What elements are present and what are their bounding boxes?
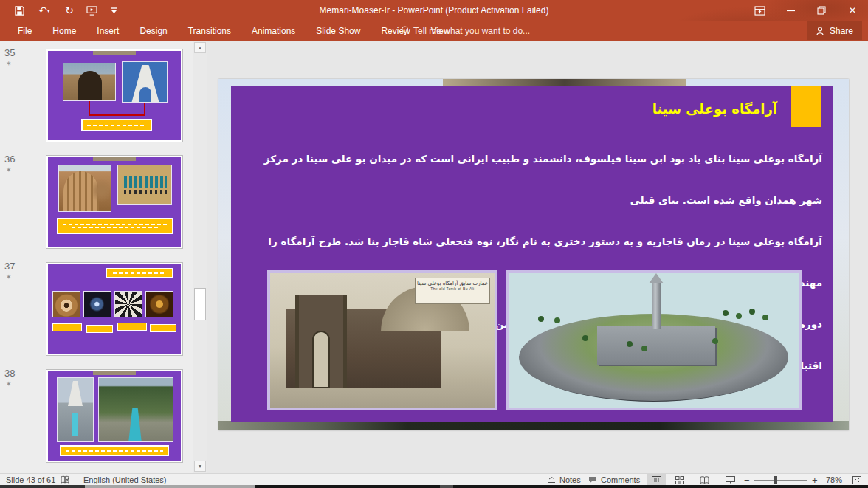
minimize-button[interactable] [775,0,806,21]
window-row [124,176,167,188]
slide-image-3d-render[interactable] [506,270,802,410]
share-button[interactable]: Share [807,21,862,40]
zoom-level-label: 78% [826,475,842,484]
slide-canvas[interactable]: آرامگاه بوعلی سینا آرامگاه بوعلی سینا بن… [218,79,849,430]
old-photo-caption-sign: عمارت سابق آرامگاه بوعلی سینا The old To… [415,278,490,304]
comments-icon [588,476,597,484]
old-tomb-door-shape [312,331,330,388]
tab-home[interactable]: Home [42,21,86,41]
animation-star-icon: ✶ [6,166,18,173]
down-arrow-icon: ▼ [198,464,203,469]
ribbon-tabs: File Home Insert Design Transitions Anim… [7,21,461,41]
arch-shape [78,71,102,101]
slide-thumbnail-38[interactable] [46,369,183,463]
status-bar: Slide 43 of 61 English (United States) N… [0,473,868,485]
up-arrow-icon: ▲ [198,45,203,50]
notes-button[interactable]: Notes [548,474,581,486]
scrollbar-thumb[interactable] [194,288,206,320]
thumbnail-art-35 [48,51,181,140]
thumbnail-image-label [52,323,82,331]
tell-me-label: Tell me what you want to do... [413,26,530,36]
language-indicator[interactable]: English (United States) [83,474,167,486]
thumbnail-photo-sliver [93,371,136,375]
fit-slide-to-window-button[interactable] [847,474,867,486]
slide-thumbnail-37[interactable] [46,262,183,356]
zoom-slider-thumb[interactable] [774,476,777,484]
thumbnail-image-label [86,325,113,333]
tab-animations[interactable]: Animations [241,21,306,41]
lightbulb-icon [401,26,409,36]
zoom-level-indicator[interactable]: 78% [826,474,842,486]
thumbnail-panel-scrollbar[interactable]: ▲ ▼ [193,41,207,473]
scroll-down-button[interactable]: ▼ [194,461,206,472]
thumbnail-photo-sliver [93,157,136,161]
taskbar-segment [440,485,453,488]
taskbar-edge [0,485,868,488]
tell-me-box[interactable]: Tell me what you want to do... [401,21,530,41]
thumbnail-number-37: 37 [4,261,22,272]
redo-icon: ↻ [65,4,74,16]
render-building-shape [597,326,715,365]
thumbnail-image-toghrol-tower [58,165,111,212]
thumbnail-image-taq-kasra [63,63,116,101]
comments-button[interactable]: Comments [588,474,640,486]
old-photo-caption-farsi: عمارت سابق آرامگاه بوعلی سینا [416,281,489,286]
tab-design[interactable]: Design [129,21,177,41]
close-button[interactable]: ✕ [837,0,868,21]
animation-star-icon: ✶ [6,273,18,281]
slide-thumbnail-36[interactable] [46,155,183,249]
scroll-up-button[interactable]: ▲ [194,42,206,53]
tab-insert[interactable]: Insert [86,21,129,41]
slide-thumbnail-35[interactable] [46,49,183,142]
animation-star-icon: ✶ [6,60,18,67]
customize-qat-button[interactable] [108,4,120,16]
fountain-shape [72,413,78,436]
thumbnail-image-persian-garden [98,377,173,442]
title-accent-rectangle[interactable] [791,86,821,127]
minus-icon: − [744,475,750,486]
thumbnail-photo-sliver [93,51,136,55]
taskbar-segment [0,485,85,488]
window-controls: ✕ [744,0,868,21]
zoom-out-button[interactable]: − [744,474,750,486]
start-from-beginning-button[interactable] [86,4,97,16]
restore-button[interactable] [806,0,837,21]
slide-show-view-button[interactable] [720,474,740,486]
slide-image-old-tomb[interactable]: عمارت سابق آرامگاه بوعلی سینا The old To… [267,270,497,410]
plus-icon: + [812,475,818,486]
zoom-slider-track[interactable] [754,480,807,481]
tab-transitions[interactable]: Transitions [178,21,241,41]
spell-check-button[interactable] [61,474,70,486]
undo-button[interactable]: ↶ ▾ [35,4,53,16]
thumbnail-image-dome-ceiling-3 [114,291,142,317]
slide-title[interactable]: آرامگاه بوعلی سینا [652,101,777,117]
thumbnail-image-label [117,323,147,331]
ribbon-display-options-button[interactable] [744,0,775,21]
tab-file[interactable]: File [7,21,42,41]
thumbnail-image-dome-ceiling-2 [83,291,111,317]
thumbnail-number-36: 36 [4,154,22,165]
normal-view-button[interactable] [647,474,666,486]
thumbnail-number-35: 35 [4,47,22,58]
close-icon: ✕ [849,5,856,16]
zoom-in-button[interactable]: + [812,474,818,486]
share-person-icon [816,27,825,35]
slide-sorter-view-button[interactable] [670,474,689,486]
water-channel-shape [128,408,142,442]
thumbnail-caption-banner [60,445,169,456]
save-icon[interactable] [13,4,25,16]
thumbnail-art-37 [48,264,181,354]
body-line-1: آرامگاه بوعلی سینا بنای یاد بود ابن سینا… [243,138,822,221]
slide-position-indicator[interactable]: Slide 43 of 61 [6,474,55,486]
tower-shape [68,381,83,406]
slide-content-box[interactable]: آرامگاه بوعلی سینا آرامگاه بوعلی سینا بن… [231,86,833,422]
redo-button[interactable]: ↻ [63,4,75,16]
tree-shape [93,176,109,205]
reading-view-button[interactable] [695,474,714,486]
thumbnail-number-38: 38 [4,368,22,379]
thumbnail-image-dome-ceiling-1 [52,291,80,317]
taskbar-segment [85,485,255,488]
tab-slide-show[interactable]: Slide Show [306,21,371,41]
language-label: English (United States) [83,475,167,484]
render-tower-shape [652,281,661,329]
